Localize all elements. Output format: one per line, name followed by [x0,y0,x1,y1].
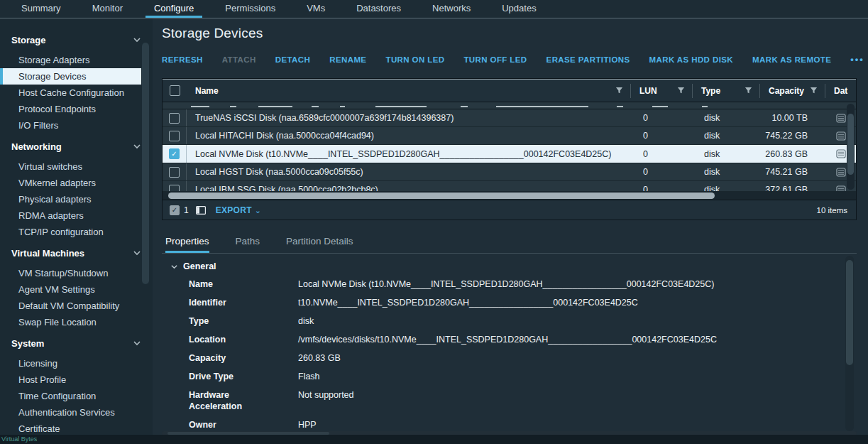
column-header-type[interactable]: Type [701,86,720,96]
table-row[interactable]: Local IBM SSG Disk (naa.5000cca02b2bcb8c… [163,181,856,191]
tab-summary[interactable]: Summary [13,0,70,18]
datastore-icon[interactable] [836,168,846,177]
table-row[interactable]: Local HITACHI Disk (naa.5000cca04f4cad94… [163,127,856,145]
device-type: disk [693,167,760,177]
storage-devices-table: Name LUN Type Capacity Dat [162,78,857,220]
mark-as-remote-button[interactable]: MARK AS REMOTE [752,55,831,64]
row-checkbox-checked[interactable]: ✓ [169,148,180,159]
sidebar-item-vmkernel-adapters[interactable]: VMkernel adapters [0,175,141,191]
sidebar-section-system[interactable]: System [0,335,153,352]
sidebar-item-storage-adapters[interactable]: Storage Adapters [0,52,141,68]
sidebar-item-vm-startup-shutdown[interactable]: VM Startup/Shutdown [0,265,141,281]
items-count: 10 items [817,206,847,215]
sidebar-item-swap-file-location[interactable]: Swap File Location [0,314,141,330]
sidebar-item-storage-devices[interactable]: Storage Devices [0,68,141,85]
column-header-name[interactable]: Name [195,86,219,96]
sidebar-section-storage[interactable]: Storage [0,31,153,48]
sidebar-section-networking[interactable]: Networking [0,138,153,155]
section-label: Networking [11,141,62,152]
tab-permissions[interactable]: Permissions [216,0,284,18]
sidebar-item-host-profile[interactable]: Host Profile [0,372,141,388]
tab-networks[interactable]: Networks [424,0,479,18]
tab-vms[interactable]: VMs [298,0,334,18]
device-capacity: 745.21 GB [760,167,825,177]
property-label: Name [189,278,298,290]
property-label: Identifier [189,297,298,308]
detail-vertical-scrollbar-thumb[interactable] [846,260,853,365]
datastore-icon[interactable] [836,114,846,123]
column-picker-icon[interactable] [196,206,206,215]
text-fragment [312,106,319,107]
sidebar-item-io-filters[interactable]: I/O Filters [0,117,141,134]
attach-button[interactable]: ATTACH [222,55,256,64]
check-icon: ✓ [171,150,177,158]
row-checkbox[interactable] [169,113,180,124]
sidebar-item-rdma-adapters[interactable]: RDMA adapters [0,207,141,224]
table-horizontal-scrollbar[interactable] [163,191,856,200]
column-header-datastore[interactable]: Dat [834,86,847,96]
table-vertical-scrollbar[interactable] [847,104,855,190]
property-row: Drive Type Flash [162,371,843,382]
row-checkbox[interactable] [169,167,180,178]
table-row-selected[interactable]: ✓ Local NVMe Disk (t10.NVMe____INTEL_SSD… [163,145,856,163]
rename-button[interactable]: RENAME [329,55,366,64]
sidebar-scrollbar[interactable] [141,40,150,438]
table-footer: ✓ 1 EXPORT⌄ 10 items [163,200,856,220]
detach-button[interactable]: DETACH [275,55,310,64]
tab-updates[interactable]: Updates [493,0,544,18]
property-value: Not supported [298,389,354,412]
tab-paths[interactable]: Paths [236,236,260,253]
column-header-lun[interactable]: LUN [639,86,657,96]
tab-monitor[interactable]: Monitor [84,0,131,18]
filter-icon[interactable] [615,87,623,94]
datastore-icon[interactable] [836,131,846,141]
tab-properties[interactable]: Properties [165,236,209,253]
table-horizontal-scrollbar-thumb[interactable] [168,193,715,199]
clipped-row[interactable] [163,102,856,109]
sidebar-scrollbar-thumb[interactable] [142,43,149,284]
device-lun: 0 [631,167,693,177]
text-fragment [191,106,209,107]
footer-selected-checkbox[interactable]: ✓ [170,205,180,215]
sidebar-item-virtual-switches[interactable]: Virtual switches [0,158,141,175]
row-checkbox[interactable] [169,131,180,141]
sidebar-item-agent-vm-settings[interactable]: Agent VM Settings [0,281,141,298]
sidebar-item-physical-adapters[interactable]: Physical adapters [0,191,141,207]
sidebar-item-time-configuration[interactable]: Time Configuration [0,388,141,404]
turn-on-led-button[interactable]: TURN ON LED [385,55,444,64]
device-name: Local HITACHI Disk (naa.5000cca04f4cad94… [187,131,631,141]
table-vertical-scrollbar-thumb[interactable] [847,114,854,175]
sidebar-section-virtual-machines[interactable]: Virtual Machines [0,244,153,261]
export-button[interactable]: EXPORT⌄ [216,205,262,215]
detail-vertical-scrollbar[interactable] [845,256,854,431]
datastore-icon[interactable] [836,185,846,192]
select-all-checkbox[interactable] [170,85,180,96]
datastore-icon[interactable] [836,149,846,158]
mark-as-hdd-disk-button[interactable]: MARK AS HDD DISK [649,55,733,64]
sidebar-item-licensing[interactable]: Licensing [0,355,141,372]
filter-icon[interactable] [745,87,752,94]
column-header-capacity[interactable]: Capacity [769,86,804,96]
top-tab-bar: Summary Monitor Configure Permissions VM… [0,0,868,18]
sidebar-item-default-vm-compatibility[interactable]: Default VM Compatibility [0,298,141,314]
more-actions-icon[interactable]: ••• [850,54,864,65]
sidebar-item-authentication-services[interactable]: Authentication Services [0,404,141,421]
table-row[interactable]: TrueNAS iSCSI Disk (naa.6589cfc0000007a6… [163,109,856,127]
tab-partition-details[interactable]: Partition Details [286,236,353,253]
filter-icon[interactable] [677,87,685,94]
tab-configure[interactable]: Configure [145,0,202,18]
chevron-down-icon: ⌄ [255,206,262,215]
table-row[interactable]: Local HGST Disk (naa.5000cca09c05f55c) 0… [163,163,856,181]
text-fragment [258,106,292,107]
configure-sidebar: Storage Storage Adapters Storage Devices… [0,18,153,444]
erase-partitions-button[interactable]: ERASE PARTITIONS [546,55,630,64]
sidebar-item-protocol-endpoints[interactable]: Protocol Endpoints [0,101,141,117]
row-checkbox[interactable] [169,185,180,192]
filter-icon[interactable] [810,87,818,94]
turn-off-led-button[interactable]: TURN OFF LED [463,55,527,64]
sidebar-item-host-cache-configuration[interactable]: Host Cache Configuration [0,85,141,101]
refresh-button[interactable]: REFRESH [162,55,203,64]
sidebar-item-tcpip-configuration[interactable]: TCP/IP configuration [0,224,141,240]
tab-datastores[interactable]: Datastores [348,0,410,18]
general-section-header[interactable]: General [162,260,843,273]
